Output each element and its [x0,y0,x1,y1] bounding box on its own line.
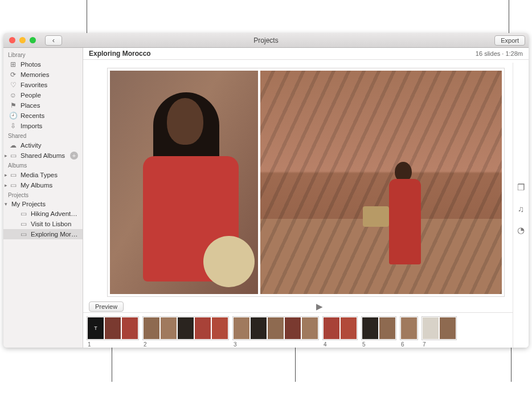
sidebar-item-label: Favorites [21,81,78,88]
slide-thumb[interactable] [285,317,301,339]
slide-number: 5 [361,340,396,348]
project-meta: 16 slides · 1:28m [476,50,523,57]
sidebar-item-label: Imports [21,123,78,129]
slide-thumb[interactable] [341,317,357,339]
slide-number: 7 [421,340,457,348]
close-window-button[interactable] [9,37,15,43]
sidebar-section-projects: Projects [3,190,83,199]
sidebar-item-favorites[interactable]: ♡Favorites [3,80,83,90]
sidebar-item-label: People [21,92,78,99]
sidebar-item-memories[interactable]: ⟳Memories [3,70,83,80]
person-icon: ☺ [9,91,17,99]
slide-thumb[interactable] [178,317,194,339]
sidebar-item-media-types[interactable]: ▭Media Types [3,170,83,180]
timing-button[interactable]: ◔ [517,225,525,235]
slide-thumb[interactable] [379,317,395,339]
window-traffic-lights [3,37,36,43]
right-tool-strip: ❐ ♫ ◔ [513,63,529,348]
sidebar-item-label: Shared Albums [21,152,67,159]
sidebar-section-shared: Shared [3,131,83,140]
slide-thumb[interactable] [161,317,177,339]
filmstrip-slide: 3 [232,316,319,348]
sidebar-item-my-albums[interactable]: ▭My Albums [3,180,83,190]
slide-thumb[interactable] [401,317,417,339]
export-button[interactable]: Export [494,35,525,46]
play-icon: ▶ [316,301,323,311]
slide-thumb[interactable] [105,317,121,339]
photos-projects-window: ‹ Projects Export Library ⊞Photos ⟳Memor… [3,33,529,348]
back-button[interactable]: ‹ [45,35,62,46]
sidebar-item-my-projects[interactable]: My Projects [3,199,83,209]
slide-thumb[interactable] [268,317,284,339]
slide-thumb[interactable] [324,317,339,339]
cloud-icon: ☁ [9,141,17,149]
import-icon: ⇩ [9,122,17,130]
sidebar-item-activity[interactable]: ☁Activity [3,140,83,150]
slide-thumb[interactable] [195,317,211,339]
add-shared-album-button[interactable]: + [70,152,78,160]
filmstrip-slide: 7 [421,316,457,348]
slide-thumb[interactable] [440,317,456,339]
sidebar-item-places[interactable]: ⚑Places [3,100,83,111]
filmstrip[interactable]: T1 2 3 4 5 6 7 + [83,312,529,348]
slide-photo-1[interactable] [110,71,258,294]
sidebar-item-label: My Projects [11,201,78,207]
album-icon: ▭ [9,181,17,189]
filmstrip-slide: 5 [361,316,396,348]
window-titlebar: ‹ Projects Export [3,33,529,48]
current-slide[interactable] [107,68,505,297]
sidebar-item-label: Memories [21,71,78,78]
minimize-window-button[interactable] [19,37,26,43]
play-button[interactable]: ▶ [316,301,323,312]
slide-thumb[interactable] [234,317,249,339]
music-icon: ♫ [518,204,524,214]
project-title: Exploring Morocco [89,50,151,58]
filmstrip-slide: 2 [142,316,229,348]
zoom-window-button[interactable] [30,37,36,43]
slide-thumb[interactable] [362,317,378,339]
sidebar-item-imports[interactable]: ⇩Imports [3,121,83,131]
slide-number: 6 [400,340,418,348]
sidebar-item-label: Activity [21,142,78,149]
music-button[interactable]: ♫ [518,204,524,214]
slide-photo-2[interactable] [260,71,502,294]
pin-icon: ⚑ [9,101,17,109]
export-button-label: Export [501,37,519,44]
sidebar-item-photos[interactable]: ⊞Photos [3,59,83,70]
slide-thumb[interactable] [302,317,318,339]
sidebar-item-label: Media Types [21,172,78,178]
sidebar-item-project-lisbon[interactable]: ▭Visit to Lisbon [3,219,83,229]
sidebar-item-people[interactable]: ☺People [3,90,83,100]
slide-thumb[interactable] [122,317,138,339]
filmstrip-slide: T1 [87,316,139,348]
chevron-left-icon: ‹ [52,36,55,44]
themes-button[interactable]: ❐ [517,182,525,193]
title-slide-thumb[interactable]: T [88,317,104,339]
slide-thumb[interactable] [144,317,159,339]
sidebar-item-label: My Albums [21,182,78,189]
album-icon: ▭ [9,152,17,160]
project-editor: Exploring Morocco 16 slides · 1:28m [83,48,529,348]
memories-icon: ⟳ [9,71,17,79]
sidebar-item-label: Photos [21,61,78,68]
preview-button[interactable]: Preview [89,301,124,312]
slideshow-icon: ▭ [19,220,27,228]
stage-controls: Preview ▶ ⇪ [83,300,529,312]
slide-number: 3 [232,340,319,348]
window-title: Projects [253,36,278,44]
sidebar-section-albums: Albums [3,161,83,170]
sidebar-item-project-morocco[interactable]: ▭Exploring Moroc… [3,229,83,239]
sidebar: Library ⊞Photos ⟳Memories ♡Favorites ☺Pe… [3,48,83,348]
sidebar-item-recents[interactable]: 🕘Recents [3,111,83,121]
sidebar-item-project-hiking[interactable]: ▭Hiking Adventure [3,209,83,219]
slide-thumb[interactable] [212,317,228,339]
stopwatch-icon: ◔ [517,225,525,235]
clock-icon: 🕘 [9,112,17,120]
slideshow-icon: ▭ [19,230,27,238]
sidebar-item-shared-albums[interactable]: ▭Shared Albums+ [3,150,83,161]
sidebar-item-label: Places [21,102,78,109]
slide-thumb[interactable] [251,317,267,339]
slide-thumb[interactable] [423,317,439,339]
filmstrip-slide: 4 [322,316,358,348]
slide-stage [83,60,529,300]
